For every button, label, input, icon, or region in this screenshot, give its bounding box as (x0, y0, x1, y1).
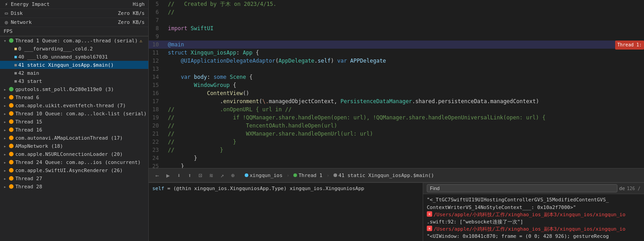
line-content-11: struct Xingqun_iosApp: App { (164, 49, 644, 57)
sidebar-item-thread27[interactable]: ▸ Thread 27 (0, 174, 148, 182)
breadcrumb-app-label: xingqun_ios (250, 173, 283, 178)
line-number-19: 19 (149, 114, 164, 122)
code-table: 5// Created by 于木 on 2023/4/15.6//78impo… (149, 0, 644, 168)
line-number-14: 14 (149, 73, 164, 81)
disk-icon: ▭ (4, 11, 9, 16)
disk-metric: ▭ Disk Zero KB/s (0, 9, 148, 18)
network-label: Network (11, 19, 32, 25)
eventfetch-dot (9, 103, 14, 108)
breadcrumb-frame-label: 41 static Xingqun_iosApp.$main() (338, 173, 434, 178)
breadcrumb-sep1: › (287, 173, 290, 178)
frame43-icon: ■ (14, 79, 17, 83)
frame41-label: 41 static Xingqun_iosApp.$main() (18, 62, 114, 68)
breadcrumb-thread[interactable]: Thread 1 (292, 172, 324, 179)
swiftui-expand-icon: ▸ (4, 168, 9, 173)
console-find-input[interactable] (427, 184, 617, 192)
line-number-7: 7 (149, 16, 164, 24)
sidebar-item-thread24[interactable]: ▸ Thread 24 Queue: com.ap...ios (concurr… (0, 158, 148, 166)
line-content-24: } (164, 154, 644, 162)
disk-label: Disk (11, 10, 23, 16)
breadcrumb-app[interactable]: xingqun_ios (243, 172, 284, 179)
thread-list[interactable]: ▾ Thread 1 Queue: com.ap...-thread (seri… (0, 36, 148, 241)
console-panel: de 126 / "<_TtGC7SwiftUI19UIHostingContr… (423, 183, 644, 241)
thread24-expand-icon: ▸ (4, 160, 9, 165)
energy-icon: ⚡ (4, 2, 9, 7)
sidebar-item-nsurl[interactable]: ▸ com.apple.NSURLConnectionLoader (20) (0, 150, 148, 158)
sidebar-item-amap[interactable]: ▸ com.autonavi.AMapLocationThread (17) (0, 134, 148, 142)
sidebar-item-frame43[interactable]: ■ 43 start (0, 77, 148, 85)
breadcrumb-frame[interactable]: 41 static Xingqun_iosApp.$main() (332, 172, 435, 179)
line-content-6: // (164, 8, 644, 16)
breadcrumb-thread-dot (293, 173, 297, 177)
network-value: Zero KB/s (118, 19, 145, 25)
tool-btn-back[interactable]: ← (152, 170, 162, 180)
metrics-section: ⚡ Energy Impact High ▭ Disk Zero KB/s ◎ … (0, 0, 148, 36)
disk-value: Zero KB/s (118, 10, 145, 16)
breadcrumb-bar: ← ▶ ⬇ ⬆ ⊡ ≋ ↗ ⊕ xingqun_ios › Thread 1 ›… (149, 168, 644, 182)
thread6-dot (9, 95, 14, 100)
eventfetch-label: com.apple.uikit.eventfetch-thread (7) (15, 103, 126, 109)
code-editor[interactable]: 5// Created by 于木 on 2023/4/15.6//78impo… (149, 0, 644, 168)
thread27-label: Thread 27 (15, 176, 42, 182)
sidebar-item-frame0[interactable]: ■ 0 ___forwarding___.cold.2 (0, 45, 148, 53)
sidebar-item-frame42[interactable]: ■ 42 main (0, 69, 148, 77)
line-number-16: 16 (149, 89, 164, 97)
sidebar-item-thread15[interactable]: ▸ Thread 15 (0, 118, 148, 126)
bottom-section: self = (@thin xingqun_ios.XingquniosApp.… (149, 182, 644, 241)
energy-value: High (133, 1, 145, 7)
line-content-10: @mainThread 1: (164, 41, 644, 49)
sidebar-item-amapnetwork[interactable]: ▸ AMapNetwork (18) (0, 142, 148, 150)
sidebar-item-frame40[interactable]: ■ 40 ___lldb_unnamed_symbol67031 (0, 53, 148, 61)
left-panel: ⚡ Energy Impact High ▭ Disk Zero KB/s ◎ … (0, 0, 149, 241)
line-content-14: var body: some Scene { (164, 73, 644, 81)
console-content[interactable]: "<_TtGC7SwiftUI19UIHostingControllerGVS_… (423, 194, 644, 241)
line-content-16: ContentView() (164, 89, 644, 97)
amapnet-label: AMapNetwork (18) (15, 143, 63, 149)
tool-btn-add[interactable]: ⊕ (228, 170, 238, 180)
gputools-dot (9, 87, 14, 91)
console-line-1: "<_TtGC7SwiftUI19UIHostingControllerGVS_… (427, 196, 640, 204)
thread28-dot (9, 184, 14, 189)
nsurl-expand-icon: ▸ (4, 152, 9, 157)
frame42-icon: ■ (14, 71, 17, 75)
thread15-label: Thread 15 (15, 119, 42, 125)
thread10-label: Thread 10 Queue: com.ap...lock-list (ser… (15, 111, 146, 117)
sidebar-item-frame41[interactable]: ■ 41 static Xingqun_iosApp.$main() (0, 61, 148, 69)
network-icon: ◎ (4, 20, 9, 25)
line-content-17: .environment(\.managedObjectContext, Per… (164, 97, 644, 105)
tool-btn-stepover[interactable]: ⬇ (174, 170, 184, 180)
thread10-dot (9, 111, 14, 116)
line-number-9: 9 (149, 32, 164, 41)
thread16-dot (9, 127, 14, 132)
sidebar-item-thread16[interactable]: ▸ Thread 16 (0, 126, 148, 134)
tool-btn-threads[interactable]: ≋ (206, 170, 216, 180)
amapnet-dot (9, 144, 14, 148)
sidebar-item-thread28[interactable]: ▸ Thread 28 (0, 182, 148, 191)
tool-btn-stepin[interactable]: ⬆ (185, 170, 195, 180)
sidebar-item-gputools[interactable]: ▸ gputools.smt_poll.0x280e119e0 (3) (0, 85, 148, 93)
sidebar-item-swiftui[interactable]: ▸ com.apple.SwiftUI.AsyncRenderer (26) (0, 166, 148, 174)
frame40-icon: ■ (14, 55, 17, 59)
sidebar-item-thread10[interactable]: ▸ Thread 10 Queue: com.ap...lock-list (s… (0, 109, 148, 118)
breadcrumb-app-dot (245, 173, 248, 177)
line-number-10: 10 (149, 41, 164, 49)
sidebar-item-thread6[interactable]: ▸ Thread 6 (0, 93, 148, 101)
breadcrumb-thread-label: Thread 1 (298, 173, 322, 178)
tool-btn-stepout[interactable]: ⊡ (196, 170, 206, 180)
var-self-key: self (152, 186, 164, 191)
line-number-24: 24 (149, 154, 164, 162)
frame40-label: 40 ___lldb_unnamed_symbol67031 (18, 54, 108, 60)
sidebar-item-eventfetch[interactable]: ▸ com.apple.uikit.eventfetch-thread (7) (0, 101, 148, 109)
amap-dot (9, 136, 14, 140)
line-number-21: 21 (149, 130, 164, 138)
console-filter-label: de (619, 186, 625, 191)
thread16-expand-icon: ▸ (4, 127, 9, 132)
line-number-11: 11 (149, 49, 164, 57)
gputools-expand-icon: ▸ (4, 87, 9, 92)
sidebar-item-thread1[interactable]: ▾ Thread 1 Queue: com.ap...-thread (seri… (0, 36, 148, 45)
tool-btn-share[interactable]: ↗ (217, 170, 227, 180)
amap-expand-icon: ▸ (4, 136, 9, 141)
tool-btn-continue[interactable]: ▶ (163, 170, 173, 180)
error-icon-2: ✕ (427, 226, 432, 231)
error-icon-1: ✕ (427, 211, 432, 217)
